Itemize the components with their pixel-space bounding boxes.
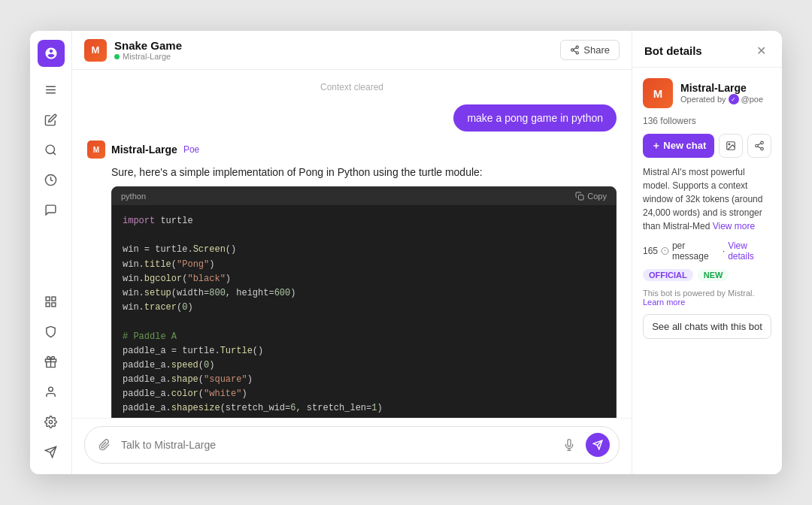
bot-name: Mistral-Large: [111, 144, 177, 156]
svg-rect-7: [52, 297, 56, 301]
chat-title: Snake Game: [114, 39, 182, 52]
svg-rect-8: [46, 302, 50, 306]
sidebar-logo[interactable]: [38, 40, 65, 67]
badge-row: OFFICIAL NEW: [643, 269, 771, 281]
sidebar-edit-icon[interactable]: [38, 106, 65, 133]
svg-line-32: [758, 144, 761, 145]
sidebar-apps-icon[interactable]: [38, 288, 65, 315]
followers-count: 136 followers: [643, 116, 771, 126]
poe-badge: ✓: [729, 94, 739, 104]
svg-line-20: [574, 48, 577, 50]
context-cleared-label: Context cleared: [87, 82, 617, 92]
svg-rect-21: [579, 195, 584, 201]
sidebar-gift-icon[interactable]: [38, 348, 65, 375]
sidebar-search-icon[interactable]: [38, 136, 65, 163]
chat-header: M Snake Game Mistral-Large Share: [72, 31, 632, 70]
sidebar: [30, 31, 72, 474]
svg-point-29: [756, 144, 759, 147]
bot-message-wrap: M Mistral-Large Poe Sure, here's a simpl…: [87, 141, 617, 418]
svg-rect-9: [52, 302, 56, 306]
bot-details-panel: Bot details ✕ M Mistral-Large Operated b…: [632, 31, 782, 474]
bot-avatar: M: [87, 141, 105, 159]
new-chat-button[interactable]: ＋ New chat: [643, 134, 714, 158]
user-message-wrap: make a pong game in python: [87, 104, 617, 132]
bot-description: Mistral AI's most powerful model. Suppor…: [643, 165, 771, 233]
sidebar-send-icon[interactable]: [38, 438, 65, 465]
sidebar-shield-icon[interactable]: [38, 318, 65, 345]
code-content: import turtle win = turtle.Screen() win.…: [112, 205, 616, 418]
bot-big-name: Mistral-Large: [680, 82, 763, 94]
close-panel-button[interactable]: ✕: [752, 41, 770, 59]
new-badge: NEW: [698, 269, 729, 281]
learn-more-link[interactable]: Learn more: [643, 298, 685, 307]
sidebar-chat-icon[interactable]: [38, 196, 65, 223]
chat-bot-icon: M: [84, 39, 107, 62]
share-button[interactable]: Share: [560, 40, 620, 60]
info-icon: [661, 246, 669, 256]
mic-button[interactable]: [559, 434, 580, 455]
action-row: ＋ New chat: [643, 134, 771, 158]
svg-point-30: [761, 147, 764, 150]
chat-header-info: Snake Game Mistral-Large: [114, 39, 182, 61]
svg-point-18: [576, 52, 578, 54]
sidebar-user-icon[interactable]: [38, 378, 65, 405]
view-details-link[interactable]: View details: [728, 240, 771, 262]
bot-response-text: Sure, here's a simple implementation of …: [87, 165, 617, 180]
sidebar-menu-icon[interactable]: [38, 76, 65, 103]
official-badge: OFFICIAL: [643, 269, 693, 281]
price-row: 165 per message · View details: [643, 240, 771, 262]
svg-point-12: [49, 387, 53, 392]
chat-subtitle: Mistral-Large: [114, 52, 182, 61]
copy-code-button[interactable]: Copy: [575, 192, 607, 201]
bot-image-button[interactable]: [719, 134, 743, 158]
bot-info-text: Mistral-Large Operated by ✓ @poe: [680, 82, 763, 104]
bot-big-avatar: M: [643, 78, 673, 108]
send-button[interactable]: [586, 433, 610, 457]
svg-line-31: [758, 147, 761, 148]
sidebar-settings-icon[interactable]: [38, 408, 65, 435]
code-lang: python: [121, 192, 146, 201]
code-block: python Copy import turtle win = turtle.S…: [111, 186, 617, 418]
bot-info-row: M Mistral-Large Operated by ✓ @poe: [643, 78, 771, 108]
svg-point-13: [49, 420, 52, 423]
bot-tag: Poe: [183, 144, 199, 155]
svg-line-19: [574, 50, 577, 52]
sidebar-history-icon[interactable]: [38, 166, 65, 193]
chat-input[interactable]: [121, 439, 553, 451]
powered-by-text: This bot is powered by Mistral. Learn mo…: [643, 289, 771, 307]
svg-rect-6: [46, 297, 50, 301]
svg-point-3: [46, 145, 54, 153]
main-chat-area: M Snake Game Mistral-Large Share Conte: [72, 31, 632, 474]
svg-point-27: [729, 144, 730, 145]
bot-details-header: Bot details ✕: [632, 31, 782, 68]
user-message: make a pong game in python: [453, 104, 617, 132]
code-header: python Copy: [112, 187, 616, 205]
svg-point-16: [576, 46, 578, 48]
bot-details-title: Bot details: [644, 44, 702, 57]
view-more-link[interactable]: View more: [713, 221, 755, 231]
svg-line-4: [53, 152, 56, 154]
bot-message-header: M Mistral-Large Poe: [87, 141, 617, 159]
status-dot: [114, 54, 120, 59]
chat-input-area: [72, 418, 632, 474]
attach-button[interactable]: [94, 434, 115, 455]
chat-body: Context cleared make a pong game in pyth…: [72, 70, 632, 418]
chat-input-box: [84, 426, 620, 464]
bot-share-button[interactable]: [747, 134, 771, 158]
bot-operated-by: Operated by ✓ @poe: [680, 94, 763, 104]
svg-point-17: [571, 49, 574, 51]
bot-details-body: M Mistral-Large Operated by ✓ @poe 136 f…: [632, 68, 782, 474]
svg-point-28: [761, 141, 764, 144]
see-all-chats-button[interactable]: See all chats with this bot: [643, 314, 771, 339]
